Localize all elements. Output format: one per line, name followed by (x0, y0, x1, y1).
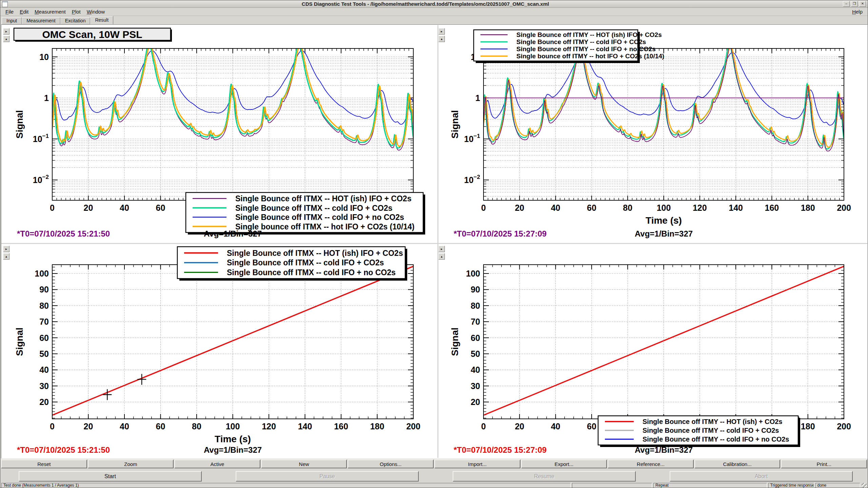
pane-expand-button[interactable]: ▸ (3, 28, 9, 35)
status-repeat: Repeat (653, 483, 767, 488)
svg-text:90: 90 (471, 285, 480, 294)
minimize-icon[interactable]: – (843, 1, 850, 7)
svg-text:20: 20 (471, 397, 480, 407)
svg-text:Single Bounce off ITMX -- cold: Single Bounce off ITMX -- cold IFO + no … (227, 268, 396, 277)
svg-text:50: 50 (471, 349, 480, 359)
svg-text:40: 40 (39, 365, 49, 374)
svg-text:160: 160 (765, 203, 779, 212)
plot-toolbar: ResetZoomActiveNewOptions...Import...Exp… (0, 459, 868, 469)
resize-grip-icon[interactable] (862, 483, 867, 488)
pane-collapse-button[interactable]: ▴ (3, 36, 9, 42)
svg-text:OMC Scan, 10W PSL: OMC Scan, 10W PSL (42, 29, 142, 40)
svg-text:20: 20 (84, 203, 93, 212)
zoom-button[interactable]: Zoom (88, 460, 174, 468)
new-button[interactable]: New (261, 460, 347, 468)
status-mode: Triggered time response (768, 483, 814, 488)
svg-text:200: 200 (837, 203, 851, 212)
svg-text:80: 80 (192, 422, 201, 431)
statusbar: Test done (Measurements 1 / Averages 1)R… (0, 483, 868, 488)
svg-text:0: 0 (50, 203, 55, 212)
svg-text:80: 80 (39, 301, 49, 310)
pause-button: Pause (236, 471, 419, 482)
window-icon[interactable] (2, 1, 8, 7)
plot-bottom-left[interactable]: 0204060801001201401601802002030405060708… (9, 244, 437, 459)
pane-collapse-button[interactable]: ▴ (3, 253, 9, 260)
start-button[interactable]: Start (19, 471, 202, 482)
print-button[interactable]: Print... (781, 460, 867, 468)
menu-item-file[interactable]: File (2, 8, 17, 15)
tab-measurement[interactable]: Measurement (22, 17, 60, 24)
close-icon[interactable]: ✕ (859, 1, 866, 7)
plot-title-box: OMC Scan, 10W PSL (14, 28, 172, 42)
svg-text:Signal: Signal (450, 110, 460, 139)
tabbar: InputMeasurementExcitationResult (2, 16, 113, 24)
import-button[interactable]: Import... (434, 460, 520, 468)
pane-expand-button[interactable]: ▸ (438, 246, 445, 252)
tab-excitation[interactable]: Excitation (60, 17, 91, 24)
window-titlebar: CDS Diagnostic Test Tools - /ligo/home/m… (0, 0, 868, 8)
menu-item-window[interactable]: Window (84, 8, 108, 15)
svg-text:Time (s): Time (s) (646, 215, 682, 226)
svg-text:*T0=07/10/2025 15:27:09: *T0=07/10/2025 15:27:09 (454, 229, 547, 238)
svg-text:60: 60 (587, 203, 596, 212)
menu-item-plot[interactable]: Plot (69, 8, 84, 15)
svg-text:180: 180 (801, 203, 815, 212)
svg-text:*T0=07/10/2025 15:21:50: *T0=07/10/2025 15:21:50 (17, 229, 110, 238)
svg-text:20: 20 (84, 422, 93, 431)
plot-top-right[interactable]: 02040608010012014016018020010110−110−2Si… (446, 26, 868, 244)
svg-text:60: 60 (156, 422, 165, 431)
svg-text:Single Bounce off ITMY -- cold: Single Bounce off ITMY -- cold IFO + no … (516, 45, 656, 53)
status-spacer (572, 483, 652, 488)
app-window: CDS Diagnostic Test Tools - /ligo/home/m… (0, 0, 868, 488)
svg-text:140: 140 (729, 203, 743, 212)
plot-top-left[interactable]: 02040608010012014016018020010110−110−2Si… (9, 26, 437, 244)
legend: Single Bounce off ITMX -- HOT (ish) IFO … (177, 247, 407, 281)
svg-text:50: 50 (39, 349, 49, 359)
svg-text:180: 180 (370, 422, 384, 431)
tab-result[interactable]: Result (90, 16, 113, 24)
svg-text:Single Bounce off ITMY -- HOT: Single Bounce off ITMY -- HOT (ish) IFO … (516, 31, 662, 38)
svg-text:*T0=07/10/2025 15:27:09: *T0=07/10/2025 15:27:09 (454, 445, 547, 454)
options-button[interactable]: Options... (348, 460, 434, 468)
svg-text:30: 30 (39, 381, 49, 391)
plot-bottom-right[interactable]: 0204060801001201401601802002030405060708… (446, 244, 868, 459)
svg-text:100: 100 (466, 269, 480, 278)
svg-text:100: 100 (226, 422, 240, 431)
abort-button: Abort (670, 471, 853, 482)
svg-text:10: 10 (39, 52, 49, 62)
active-button[interactable]: Active (174, 460, 260, 468)
svg-text:20: 20 (515, 203, 524, 212)
svg-text:1: 1 (475, 93, 480, 103)
svg-text:Single Bounce off ITMX -- HOT: Single Bounce off ITMX -- HOT (ish) IFO … (227, 249, 403, 258)
horizontal-splitter[interactable] (1, 243, 867, 244)
tab-input[interactable]: Input (2, 17, 22, 24)
status-state: done (815, 483, 861, 488)
svg-text:80: 80 (471, 301, 480, 310)
svg-text:200: 200 (837, 422, 851, 431)
svg-text:40: 40 (551, 422, 560, 431)
svg-text:60: 60 (39, 333, 49, 343)
menu-item-measurement[interactable]: Measurement (32, 8, 69, 15)
svg-text:40: 40 (551, 203, 560, 212)
svg-text:70: 70 (471, 317, 480, 326)
maximize-icon[interactable]: ❐ (851, 1, 858, 7)
svg-text:Single Bounce off ITMY -- HOT: Single Bounce off ITMY -- HOT (ish) + CO… (643, 418, 782, 425)
svg-text:*T0=07/10/2025 15:21:50: *T0=07/10/2025 15:21:50 (17, 445, 110, 454)
pane-expand-button[interactable]: ▸ (3, 246, 9, 252)
legend: Single Bounce off ITMY -- HOT (ish) IFO … (474, 30, 664, 63)
calibration-button[interactable]: Calibration... (694, 460, 781, 468)
svg-text:Avg=1/Bin=327: Avg=1/Bin=327 (204, 445, 262, 454)
pane-expand-button[interactable]: ▸ (438, 28, 445, 35)
reset-button[interactable]: Reset (1, 460, 87, 468)
svg-text:80: 80 (623, 203, 632, 212)
svg-text:200: 200 (406, 422, 420, 431)
reference-button[interactable]: Reference... (608, 460, 694, 468)
svg-text:20: 20 (515, 422, 524, 431)
vertical-splitter[interactable] (437, 25, 438, 458)
pane-collapse-button[interactable]: ▴ (438, 36, 445, 42)
export-button[interactable]: Export... (521, 460, 607, 468)
pane-collapse-button[interactable]: ▴ (438, 253, 445, 260)
menu-item-edit[interactable]: Edit (17, 8, 32, 15)
window-controls: – ❐ ✕ (843, 1, 866, 7)
menu-item-help[interactable]: Help (849, 8, 866, 15)
